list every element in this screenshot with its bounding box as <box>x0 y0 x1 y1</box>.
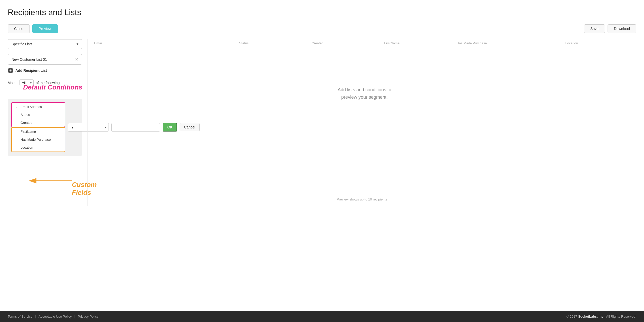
field-option-status[interactable]: Status <box>12 111 65 119</box>
field-dropdown: ✓ Email Address Status Created <box>11 102 65 152</box>
privacy-link[interactable]: Privacy Policy <box>78 315 99 318</box>
col-email: Email <box>93 39 238 47</box>
close-button[interactable]: Close <box>8 24 30 33</box>
match-label-after: of the following <box>36 81 60 85</box>
condition-container: Default Conditions <box>8 99 82 206</box>
list-item-name: New Customer List 01 <box>12 57 47 62</box>
col-created: Created <box>310 39 383 47</box>
table-header: Email Status Created FirstName Has Made … <box>93 39 636 50</box>
content-area: Specific Lists All Lists ▼ New Customer … <box>8 39 636 206</box>
terms-link[interactable]: Terms of Service <box>8 315 33 318</box>
match-select-wrapper: All Any ▼ <box>19 79 34 86</box>
col-has-made-purchase: Has Made Purchase <box>455 39 564 47</box>
match-row: Match All Any ▼ of the following <box>8 79 82 86</box>
footer-copyright: © 2017 SocketLabs, Inc . All Rights Rese… <box>566 315 636 318</box>
add-circle-icon: + <box>8 68 13 73</box>
page-title: Recipients and Lists <box>8 8 636 17</box>
default-fields-box: ✓ Email Address Status Created <box>11 102 65 127</box>
col-location: Location <box>564 39 636 47</box>
custom-fields-box: FirstName Has Made Purchase Location <box>11 127 65 152</box>
add-recipient-label: Add Recipient List <box>15 68 47 73</box>
field-option-location[interactable]: Location <box>12 144 65 152</box>
acceptable-use-link[interactable]: Acceptable Use Policy <box>38 315 72 318</box>
field-option-firstname[interactable]: FirstName <box>12 128 65 136</box>
left-panel: Specific Lists All Lists ▼ New Customer … <box>8 39 87 206</box>
field-option-created[interactable]: Created <box>12 119 65 127</box>
toolbar-left: Close Preview <box>8 24 58 33</box>
match-label-before: Match <box>8 81 17 85</box>
remove-list-button[interactable]: ✕ <box>75 57 78 62</box>
checkmark-icon: ✓ <box>15 105 19 109</box>
list-type-select[interactable]: Specific Lists All Lists <box>8 39 82 49</box>
condition-area: ✓ Email Address Status Created <box>8 99 82 156</box>
footer: Terms of Service | Acceptable Use Policy… <box>0 311 644 322</box>
list-type-wrapper: Specific Lists All Lists ▼ <box>8 39 82 49</box>
empty-state-text: Add lists and conditions topreview your … <box>338 86 391 101</box>
save-button[interactable]: Save <box>584 24 605 33</box>
col-firstname: FirstName <box>383 39 455 47</box>
field-option-email[interactable]: ✓ Email Address <box>12 103 65 111</box>
match-select[interactable]: All Any <box>19 79 34 86</box>
custom-fields-annotation: Custom Fields <box>72 181 97 197</box>
right-panel: Email Status Created FirstName Has Made … <box>87 39 636 206</box>
footer-sep-1: | <box>35 315 36 318</box>
empty-state: Add lists and conditions topreview your … <box>93 55 636 132</box>
toolbar-right: Save Download <box>584 24 636 33</box>
add-recipient-row[interactable]: + Add Recipient List <box>8 68 82 73</box>
selected-list-item: New Customer List 01 ✕ <box>8 54 82 65</box>
footer-links: Terms of Service | Acceptable Use Policy… <box>8 315 99 318</box>
download-button[interactable]: Download <box>608 24 636 33</box>
preview-note: Preview shows up to 10 recipients <box>337 197 387 201</box>
preview-button[interactable]: Preview <box>32 24 58 33</box>
col-status: Status <box>238 39 310 47</box>
field-option-has-made-purchase[interactable]: Has Made Purchase <box>12 136 65 144</box>
dropdown-row: ✓ Email Address Status Created <box>11 102 79 152</box>
toolbar: Close Preview Save Download <box>8 24 636 33</box>
footer-sep-2: | <box>74 315 75 318</box>
